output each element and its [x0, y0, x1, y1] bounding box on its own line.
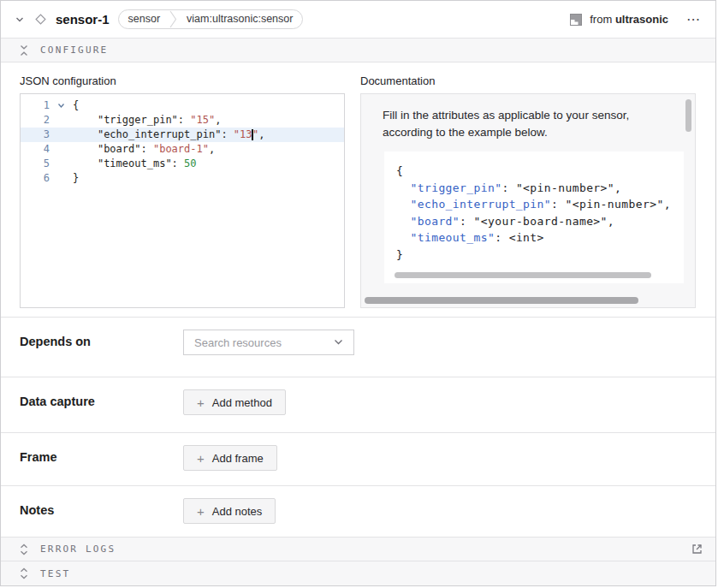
code-token: : [221, 128, 233, 140]
component-type-badge: sensor viam:ultrasonic:sensor [118, 9, 304, 29]
collapse-chevron-down-icon[interactable] [15, 15, 25, 25]
fold-gutter [50, 113, 73, 128]
add-frame-label: Add frame [212, 452, 264, 465]
code-token: , [209, 143, 215, 155]
fold-collapse-icon[interactable] [19, 45, 29, 56]
component-header: sensor-1 sensor viam:ultrasonic:sensor f… [1, 1, 715, 39]
code-text: "board": "board-1", [73, 142, 344, 157]
code-token: 50 [184, 157, 196, 169]
configure-section-label: CONFIGURE [40, 45, 108, 56]
unfold-expand-icon[interactable] [19, 567, 29, 579]
json-config-editor[interactable]: 1{2 "trigger_pin": "15",3 "echo_interrup… [20, 93, 345, 308]
documentation-label: Documentation [360, 74, 696, 87]
component-diamond-icon [33, 12, 48, 27]
documentation-intro-text: Fill in the attributes as applicable to … [383, 107, 670, 140]
code-token: { [396, 164, 403, 177]
line-number: 4 [21, 142, 50, 157]
component-name: sensor-1 [56, 12, 110, 27]
line-number: 1 [21, 98, 50, 113]
line-number: 3 [21, 128, 50, 142]
panel-vertical-scrollbar[interactable] [685, 99, 691, 132]
code-token [73, 143, 98, 155]
code-text: "echo_interrupt_pin": "13", [73, 128, 344, 142]
frame-row: Frame + Add frame [1, 433, 715, 486]
code-token: "echo_interrupt_pin" [410, 198, 551, 211]
error-logs-section-label: ERROR LOGS [40, 543, 116, 555]
plus-icon: + [197, 505, 205, 518]
component-config-card: sensor-1 sensor viam:ultrasonic:sensor f… [0, 0, 716, 586]
module-icon [570, 14, 582, 26]
code-token: : [140, 143, 152, 155]
code-token [73, 128, 98, 140]
error-logs-section-header[interactable]: ERROR LOGS [1, 538, 715, 561]
code-token: , [258, 128, 264, 140]
code-token: "board" [98, 143, 141, 155]
json-config-label: JSON configuration [20, 74, 345, 87]
line-number: 6 [21, 171, 50, 186]
code-token [396, 215, 410, 228]
plus-icon: + [197, 396, 205, 409]
fold-gutter [50, 142, 73, 157]
select-chevron-down-icon [334, 339, 343, 346]
depends-on-placeholder: Search resources [194, 336, 282, 349]
code-horizontal-scrollbar[interactable] [395, 272, 651, 278]
add-notes-button[interactable]: + Add notes [183, 498, 276, 524]
doc-code-line: "board": "<your-board-name>", [396, 213, 684, 230]
depends-on-select[interactable]: Search resources [183, 330, 354, 355]
code-text: { [73, 98, 344, 113]
code-token: "timeout_ms" [98, 157, 172, 169]
editor-line[interactable]: 3 "echo_interrupt_pin": "13", [21, 128, 344, 142]
test-section-label: TEST [40, 568, 70, 579]
code-token: "trigger_pin" [98, 114, 178, 126]
doc-code-line: "echo_interrupt_pin": "<pin-number>", [396, 196, 684, 213]
documentation-panel: Fill in the attributes as applicable to … [360, 93, 696, 308]
code-text: "trigger_pin": "15", [73, 113, 344, 128]
depends-on-label: Depends on [20, 330, 183, 348]
code-token: : "<pin-number>", [501, 181, 621, 194]
component-type-label: sensor [119, 10, 170, 28]
test-section-header[interactable]: TEST [1, 561, 715, 585]
doc-code-example: { "trigger_pin": "<pin-number>", "echo_i… [384, 151, 684, 283]
code-token: { [73, 99, 79, 111]
fold-gutter [50, 171, 73, 186]
unfold-expand-icon[interactable] [19, 543, 29, 555]
code-token: : [178, 114, 190, 126]
editor-line[interactable]: 1{ [21, 98, 344, 113]
code-token: : "<your-board-name>", [460, 215, 614, 228]
code-token: , [215, 114, 221, 126]
line-number: 5 [21, 157, 50, 171]
configure-section-header[interactable]: CONFIGURE [1, 39, 715, 62]
more-menu-button[interactable]: ⋯ [683, 13, 703, 27]
code-token: "board-1" [153, 143, 209, 155]
code-token: } [396, 248, 403, 261]
editor-line[interactable]: 2 "trigger_pin": "15", [21, 113, 344, 128]
editor-line[interactable]: 4 "board": "board-1", [21, 142, 344, 157]
fold-gutter [50, 157, 73, 171]
editor-line[interactable]: 6} [21, 171, 344, 186]
data-capture-label: Data capture [20, 389, 183, 408]
plus-icon: + [197, 452, 205, 465]
add-method-label: Add method [212, 396, 272, 409]
code-token: : <int> [495, 231, 544, 244]
code-token: "echo_interrupt_pin" [98, 128, 222, 140]
code-token: : [172, 157, 184, 169]
open-logs-external-link-icon[interactable] [691, 543, 703, 555]
add-frame-button[interactable]: + Add frame [183, 445, 277, 471]
add-notes-label: Add notes [212, 505, 263, 518]
fold-gutter [50, 128, 73, 142]
depends-on-row: Depends on Search resources [1, 318, 715, 377]
code-token: "15" [190, 114, 215, 126]
from-module-text: from ultrasonic [590, 13, 668, 26]
panel-horizontal-scrollbar[interactable] [365, 297, 638, 304]
add-method-button[interactable]: + Add method [183, 389, 286, 415]
code-token: "13 [234, 128, 252, 140]
code-token [73, 114, 98, 126]
doc-code-line: } [396, 246, 684, 264]
notes-label: Notes [20, 498, 183, 517]
editor-line[interactable]: 5 "timeout_ms": 50 [21, 157, 344, 171]
doc-code-line: "trigger_pin": "<pin-number>", [396, 180, 684, 197]
from-word: from [590, 13, 612, 26]
code-token: : "<pin-number>", [551, 198, 671, 211]
fold-chevron-icon[interactable] [50, 98, 73, 113]
doc-code-line: "timeout_ms": <int> [396, 229, 684, 246]
